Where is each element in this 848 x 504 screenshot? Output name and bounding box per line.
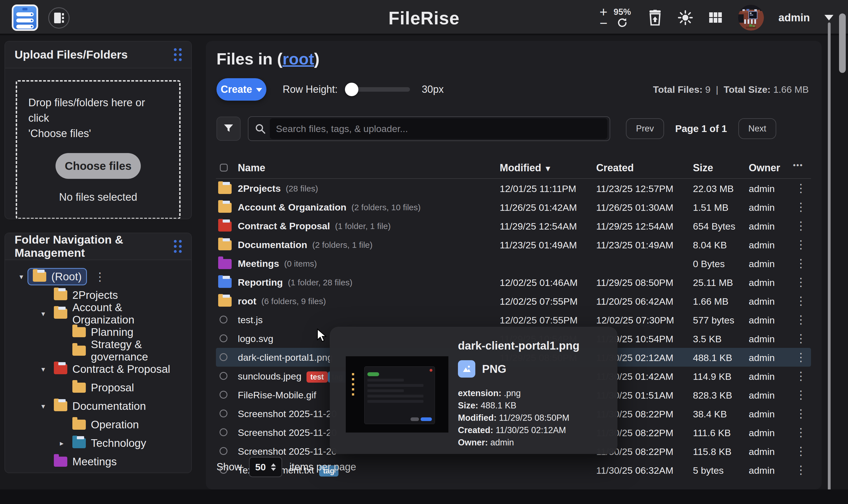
folder-menu-icon[interactable]: ⋮	[94, 270, 105, 283]
row-menu-icon[interactable]: ⋮	[795, 200, 807, 213]
select-all-checkbox[interactable]	[220, 164, 228, 172]
row-name[interactable]: sunclouds.jpeg	[238, 371, 301, 382]
folder-tree-item[interactable]: ▸ Reporting ⋮	[10, 471, 186, 473]
column-header-name[interactable]: Name	[238, 162, 265, 174]
choose-files-button[interactable]: Choose files	[55, 153, 141, 179]
user-menu-label[interactable]: admin	[778, 12, 810, 24]
tree-expand-arrow-icon[interactable]: ▾	[37, 365, 49, 374]
page-scrollbar-thumb[interactable]	[839, 14, 846, 73]
row-menu-icon[interactable]: ⋮	[795, 313, 807, 326]
slider-thumb[interactable]	[345, 83, 358, 96]
table-row[interactable]: Meetings (0 items) 0 Bytes admin ⋮	[216, 254, 811, 273]
row-menu-icon[interactable]: ⋮	[795, 463, 807, 476]
row-name[interactable]: Screenshot 2025-11-20	[238, 427, 337, 438]
row-checkbox[interactable]	[219, 372, 227, 380]
filter-button[interactable]	[216, 116, 241, 141]
column-header-modified[interactable]: Modified▼	[500, 162, 552, 174]
zoom-controls: + 95% −	[598, 6, 633, 29]
window-scrollbar[interactable]	[828, 22, 831, 504]
row-name[interactable]: Screenshot 2025-11-20	[238, 446, 337, 457]
column-header-owner[interactable]: Owner	[749, 162, 780, 174]
items-per-page-select[interactable]: 50	[249, 457, 282, 477]
folder-tree-item[interactable]: ▾ (Root) ⋮	[10, 267, 186, 286]
folder-tree-item[interactable]: Meetings ⋮	[10, 452, 186, 471]
table-row[interactable]: root (6 folders, 9 files) 12/02/25 07:55…	[216, 291, 811, 310]
row-menu-icon[interactable]: ⋮	[795, 426, 807, 439]
row-name[interactable]: 2Projects	[238, 183, 281, 194]
row-size: 5 bytes	[693, 465, 724, 476]
row-menu-icon[interactable]: ⋮	[795, 407, 807, 420]
search-input[interactable]	[270, 118, 607, 139]
next-page-button[interactable]: Next	[738, 118, 777, 139]
trash-button[interactable]	[647, 10, 663, 25]
table-row[interactable]: Reporting (1 folder, 28 files) 12/02/25 …	[216, 273, 811, 291]
row-name[interactable]: FileRise-Mobile.gif	[238, 390, 316, 400]
prev-page-button[interactable]: Prev	[626, 118, 664, 139]
folder-tree-item[interactable]: Strategy & governance ⋮	[10, 341, 186, 360]
folder-tree-item[interactable]: ▾ Documentation ⋮	[10, 397, 186, 415]
row-checkbox[interactable]	[219, 428, 227, 436]
apps-grid-button[interactable]	[708, 10, 724, 25]
row-checkbox[interactable]	[219, 316, 227, 323]
row-name[interactable]: Screenshot 2025-11-20	[238, 409, 337, 419]
table-row[interactable]: Account & Organization (2 folders, 10 fi…	[216, 198, 811, 216]
file-dropzone[interactable]: Drop files/folders here or click 'Choose…	[16, 80, 181, 219]
row-menu-icon[interactable]: ⋮	[795, 445, 807, 457]
row-checkbox[interactable]	[219, 410, 227, 417]
row-menu-icon[interactable]: ⋮	[795, 219, 807, 232]
user-menu-caret-icon[interactable]	[825, 15, 833, 20]
row-checkbox[interactable]	[219, 335, 227, 342]
user-avatar[interactable]	[738, 5, 764, 31]
tree-expand-arrow-icon[interactable]: ▾	[37, 402, 49, 411]
tree-expand-arrow-icon[interactable]: ▾	[15, 272, 28, 281]
row-name[interactable]: Contract & Proposal	[238, 221, 330, 232]
row-menu-icon[interactable]: ⋮	[795, 182, 807, 195]
tree-expand-arrow-icon[interactable]: ▾	[37, 309, 49, 318]
row-name[interactable]: Reporting	[238, 277, 283, 288]
row-name[interactable]: Meetings	[238, 258, 279, 269]
row-height-slider[interactable]	[346, 87, 410, 92]
refresh-icon[interactable]	[617, 17, 628, 30]
row-menu-icon[interactable]: ⋮	[795, 332, 807, 345]
folder-tree-item[interactable]: ▾ Account & Organization ⋮	[10, 304, 186, 323]
theme-toggle-button[interactable]	[677, 10, 693, 25]
row-name[interactable]: dark-client-portal1.png	[238, 352, 333, 363]
table-row[interactable]: Contract & Proposal (1 folder, 1 file) 1…	[216, 216, 811, 235]
column-header-created[interactable]: Created	[596, 162, 634, 174]
table-row[interactable]: 2Projects (28 files) 12/01/25 11:11PM 11…	[216, 179, 811, 198]
folder-tree-item[interactable]: Operation ⋮	[10, 415, 186, 434]
create-button[interactable]: Create	[216, 78, 266, 101]
row-created: 11/20/25 06:42AM	[596, 296, 673, 307]
row-checkbox[interactable]	[219, 353, 227, 361]
drag-grip-icon[interactable]	[174, 240, 182, 253]
folder-tree-item[interactable]: ▸ Technology ⋮	[10, 434, 186, 452]
row-name[interactable]: test.js	[238, 314, 263, 325]
folder-tree-item[interactable]: Proposal ⋮	[10, 378, 186, 397]
row-menu-icon[interactable]: ⋮	[795, 370, 807, 382]
tree-expand-arrow-icon[interactable]: ▸	[55, 439, 68, 448]
zoom-out-button[interactable]: −	[600, 18, 607, 28]
row-name[interactable]: root	[238, 296, 256, 307]
table-row[interactable]: Documentation (2 folders, 1 file) 11/23/…	[216, 235, 811, 254]
row-menu-icon[interactable]: ⋮	[795, 388, 807, 401]
tooltip-filename: dark-client-portal1.png	[458, 340, 579, 352]
row-name[interactable]: Documentation	[238, 239, 307, 250]
row-name[interactable]: logo.svg	[238, 333, 273, 344]
column-options-icon[interactable]: •••	[793, 161, 803, 169]
row-menu-icon[interactable]: ⋮	[795, 294, 807, 307]
root-breadcrumb-link[interactable]: root	[282, 50, 314, 68]
row-menu-icon[interactable]: ⋮	[795, 275, 807, 288]
row-checkbox[interactable]	[219, 447, 227, 455]
row-checkbox[interactable]	[219, 391, 227, 399]
column-header-size[interactable]: Size	[693, 162, 713, 174]
folder-tree-item[interactable]: ▾ Contract & Proposal ⋮	[10, 360, 186, 378]
search-box	[248, 116, 610, 141]
table-row[interactable]: test.js 12/02/25 07:55PM 12/02/25 07:30P…	[216, 310, 811, 329]
row-item-count: (28 files)	[286, 184, 318, 193]
drag-grip-icon[interactable]	[174, 48, 182, 61]
row-name[interactable]: Account & Organization	[238, 202, 346, 213]
file-tag[interactable]: test	[306, 372, 328, 383]
row-menu-icon[interactable]: ⋮	[795, 257, 807, 270]
row-menu-icon[interactable]: ⋮	[795, 351, 807, 363]
row-menu-icon[interactable]: ⋮	[795, 238, 807, 251]
